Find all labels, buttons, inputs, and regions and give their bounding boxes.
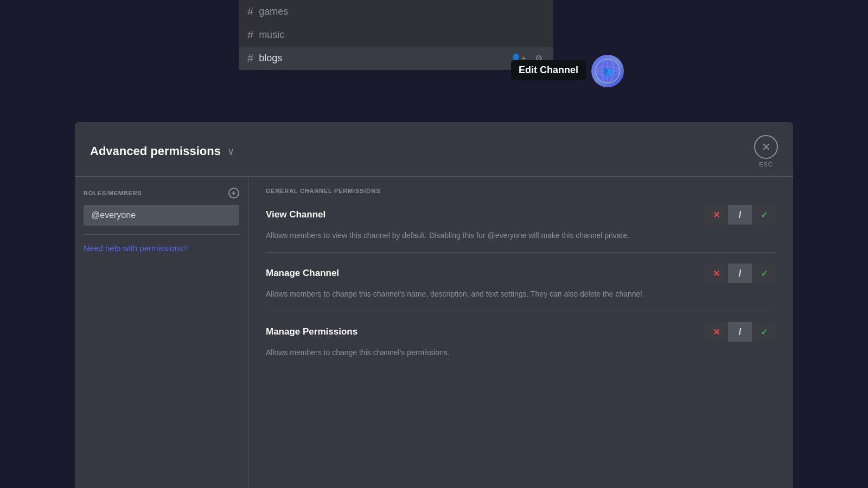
deny-button-manage-permissions[interactable]: ✕ bbox=[704, 322, 728, 342]
role-name: @everyone bbox=[91, 210, 136, 220]
permission-desc-view-channel: Allows members to view this channel by d… bbox=[266, 230, 776, 241]
channel-item-games[interactable]: # games bbox=[239, 0, 553, 23]
modal-header: Advanced permissions ∨ ✕ ESC bbox=[75, 122, 793, 177]
permission-desc-manage-channel: Allows members to change this channel's … bbox=[266, 288, 776, 300]
advanced-permissions-modal: Advanced permissions ∨ ✕ ESC ROLES/MEMBE… bbox=[75, 122, 793, 488]
close-button-area: ✕ ESC bbox=[754, 135, 778, 168]
permission-row-view-channel: View Channel ✕ / ✓ Allows members to vie… bbox=[266, 205, 776, 253]
permissions-content: GENERAL CHANNEL PERMISSIONS View Channel… bbox=[248, 177, 793, 488]
hash-icon-games: # bbox=[247, 5, 253, 18]
help-permissions-link[interactable]: Need help with permissions? bbox=[84, 243, 188, 253]
permission-controls-manage-channel: ✕ / ✓ bbox=[704, 264, 776, 283]
permission-header-manage-permissions: Manage Permissions ✕ / ✓ bbox=[266, 322, 776, 342]
neutral-button-manage-channel[interactable]: / bbox=[728, 264, 752, 283]
permission-row-manage-channel: Manage Channel ✕ / ✓ Allows members to c… bbox=[266, 264, 776, 311]
sidebar-divider bbox=[84, 234, 239, 235]
edit-channel-tooltip: Edit Channel bbox=[511, 60, 586, 80]
permission-controls-manage-permissions: ✕ / ✓ bbox=[704, 322, 776, 342]
allow-button-view-channel[interactable]: ✓ bbox=[752, 205, 776, 224]
modal-sidebar: ROLES/MEMBERS + @everyone Need help with… bbox=[75, 177, 248, 488]
channel-item-blogs[interactable]: # blogs 👤+ ⚙ bbox=[239, 47, 553, 70]
add-role-button[interactable]: + bbox=[228, 188, 239, 198]
esc-label: ESC bbox=[759, 161, 773, 168]
hash-icon-blogs: # bbox=[247, 52, 253, 65]
roles-members-label: ROLES/MEMBERS + bbox=[84, 188, 239, 198]
permission-header-view-channel: View Channel ✕ / ✓ bbox=[266, 205, 776, 224]
modal-body: ROLES/MEMBERS + @everyone Need help with… bbox=[75, 177, 793, 488]
channel-list-panel: # games # music Edit Channel 👥 # blogs bbox=[239, 0, 553, 70]
channel-name-music: music bbox=[259, 29, 284, 41]
hash-icon-music: # bbox=[247, 29, 253, 41]
svg-text:👥: 👥 bbox=[603, 67, 613, 76]
permission-desc-manage-permissions: Allows members to change this channel's … bbox=[266, 347, 776, 358]
deny-button-manage-channel[interactable]: ✕ bbox=[704, 264, 728, 283]
permission-name-manage-channel: Manage Channel bbox=[266, 268, 339, 279]
channel-name-games: games bbox=[259, 6, 288, 17]
allow-button-manage-channel[interactable]: ✓ bbox=[752, 264, 776, 283]
permission-name-view-channel: View Channel bbox=[266, 209, 326, 220]
deny-button-view-channel[interactable]: ✕ bbox=[704, 205, 728, 224]
permission-header-manage-channel: Manage Channel ✕ / ✓ bbox=[266, 264, 776, 283]
channel-name-blogs: blogs bbox=[259, 53, 282, 64]
permission-name-manage-permissions: Manage Permissions bbox=[266, 326, 358, 337]
close-button[interactable]: ✕ bbox=[754, 135, 778, 159]
globe-avatar: 👥 bbox=[591, 55, 624, 87]
permission-row-manage-permissions: Manage Permissions ✕ / ✓ Allows members … bbox=[266, 322, 776, 369]
tooltip-label: Edit Channel bbox=[519, 65, 578, 75]
neutral-button-view-channel[interactable]: / bbox=[728, 205, 752, 224]
section-label-text: ROLES/MEMBERS bbox=[84, 190, 142, 196]
chevron-down-icon[interactable]: ∨ bbox=[227, 145, 234, 157]
general-channel-permissions-label: GENERAL CHANNEL PERMISSIONS bbox=[266, 188, 776, 194]
permission-controls-view-channel: ✕ / ✓ bbox=[704, 205, 776, 224]
neutral-button-manage-permissions[interactable]: / bbox=[728, 322, 752, 342]
role-everyone-item[interactable]: @everyone bbox=[84, 205, 239, 226]
allow-button-manage-permissions[interactable]: ✓ bbox=[752, 322, 776, 342]
modal-title: Advanced permissions bbox=[90, 144, 221, 158]
channel-item-music[interactable]: # music Edit Channel 👥 bbox=[239, 23, 553, 47]
